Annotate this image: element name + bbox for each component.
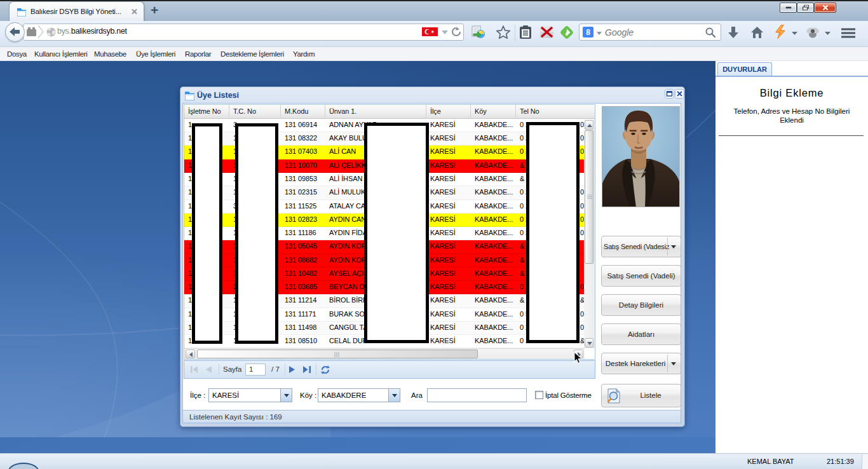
- svg-text:8: 8: [586, 28, 590, 37]
